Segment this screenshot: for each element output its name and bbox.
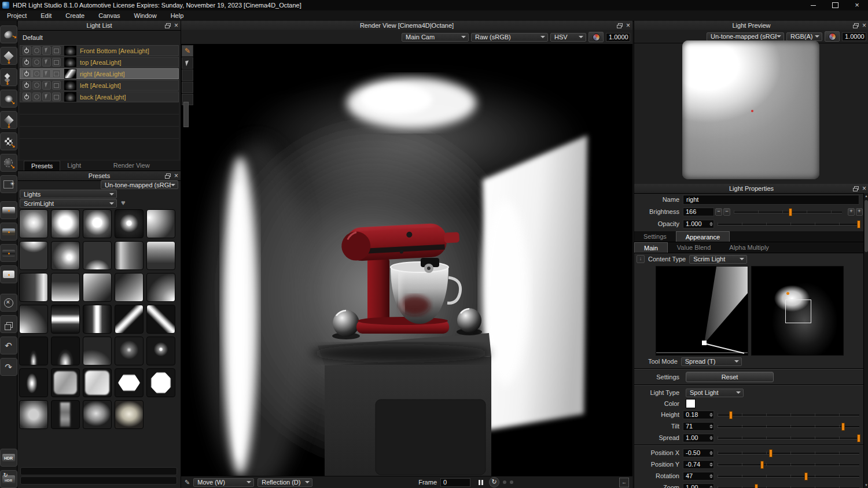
light-select-toggle[interactable] xyxy=(42,81,51,90)
light-enable-toggle[interactable] xyxy=(23,93,31,101)
light-list-row[interactable]: top [AreaLight] xyxy=(20,57,179,68)
presets-footer-bar[interactable] xyxy=(20,476,177,485)
preset-tile[interactable] xyxy=(146,337,175,365)
slider-marker[interactable] xyxy=(760,461,764,469)
minimize-button[interactable] xyxy=(802,0,824,10)
light-select-toggle[interactable] xyxy=(42,93,51,101)
hdr-production-render-tool[interactable] xyxy=(0,449,17,467)
light-list-row[interactable]: left [AreaLight] xyxy=(20,80,179,91)
spinner[interactable] xyxy=(708,413,713,417)
light-list-header[interactable]: Light List × xyxy=(18,21,181,31)
render-canvas[interactable] xyxy=(181,44,632,476)
scrollbar-thumb[interactable] xyxy=(865,200,868,252)
presets-category-dropdown[interactable]: Lights xyxy=(20,190,117,198)
preset-tile[interactable] xyxy=(83,209,112,238)
empty-tool-slot[interactable] xyxy=(182,82,193,93)
presets-tonemap-dropdown[interactable]: Un-tone-mapped (sRGB) xyxy=(101,180,178,189)
slider-marker[interactable] xyxy=(857,434,860,442)
preset-tile[interactable] xyxy=(19,400,48,429)
preset-tile[interactable] xyxy=(146,241,175,270)
brightness-increase-button[interactable]: + xyxy=(856,208,863,216)
light-preview-image[interactable] xyxy=(682,40,819,179)
hdri-environment-tool[interactable] xyxy=(0,223,17,241)
brightness-slider[interactable] xyxy=(734,208,842,216)
brightness-increase-small-button[interactable]: + xyxy=(848,208,855,216)
create-pattern-light-tool[interactable] xyxy=(0,132,17,150)
property-value-input[interactable]: 0.18 xyxy=(683,411,714,419)
property-value-input[interactable]: 1.00 xyxy=(683,434,714,442)
toolstrip-splitter[interactable] xyxy=(183,102,189,127)
refresh-button[interactable]: ↻ xyxy=(489,477,499,487)
menu-item[interactable]: Window xyxy=(127,10,164,21)
create-gradient-light-tool[interactable] xyxy=(0,111,17,129)
tab-render-view-settings[interactable]: Render View Settings xyxy=(106,161,181,171)
presets-footer-bar[interactable] xyxy=(20,467,177,475)
property-value-input[interactable]: 1.00 xyxy=(683,483,714,488)
spinner[interactable] xyxy=(708,463,713,467)
preset-tile[interactable] xyxy=(51,337,80,365)
create-round-light-tool[interactable] xyxy=(0,25,17,43)
tab-presets[interactable]: Presets xyxy=(24,161,60,171)
close-panel-icon[interactable]: × xyxy=(862,23,866,28)
preset-tile[interactable] xyxy=(19,368,48,397)
preset-tile[interactable] xyxy=(51,368,80,397)
property-slider[interactable] xyxy=(718,434,859,442)
spinner[interactable] xyxy=(708,222,713,226)
spinner[interactable] xyxy=(708,451,713,455)
frame-input[interactable]: 0 xyxy=(440,478,470,487)
subtab-value-blend[interactable]: Value Blend xyxy=(668,242,720,253)
preset-tile[interactable] xyxy=(115,305,144,334)
light-enable-toggle[interactable] xyxy=(23,69,31,78)
light-type-dropdown[interactable]: Spot Light xyxy=(686,389,744,397)
preset-tile[interactable] xyxy=(83,337,112,365)
dock-icon[interactable]: ← xyxy=(619,478,629,487)
preset-tile[interactable] xyxy=(146,368,175,397)
heart-icon[interactable]: ♥ xyxy=(121,198,126,207)
tab-settings[interactable]: Settings xyxy=(634,231,676,242)
tool-mode-dropdown[interactable]: Spread (T) xyxy=(681,357,742,366)
menu-item[interactable]: Edit xyxy=(34,10,58,21)
light-render-preview[interactable] xyxy=(751,266,844,356)
close-panel-icon[interactable]: × xyxy=(862,186,866,191)
preset-tile[interactable] xyxy=(115,209,144,238)
scroll-down-icon[interactable]: ▼ xyxy=(864,482,868,488)
light-enable-toggle[interactable] xyxy=(23,81,31,90)
opacity-input[interactable]: 1.000 xyxy=(683,220,714,228)
presets-subcategory-dropdown[interactable]: ScrimLight xyxy=(20,199,117,208)
spinner[interactable] xyxy=(708,486,713,488)
preset-tile[interactable] xyxy=(51,273,80,302)
light-enable-toggle[interactable] xyxy=(23,58,31,66)
slider-marker[interactable] xyxy=(789,208,792,216)
property-slider[interactable] xyxy=(718,460,859,468)
preview-channels-dropdown[interactable]: RGB(A) xyxy=(786,32,822,41)
strip-light-tool[interactable] xyxy=(0,244,17,262)
light-solo-toggle[interactable] xyxy=(32,46,41,55)
light-solo-toggle[interactable] xyxy=(32,81,41,90)
menu-item[interactable]: Create xyxy=(58,10,91,21)
light-select-toggle[interactable] xyxy=(42,69,51,78)
tab-light-looks[interactable]: Light Looks xyxy=(60,161,106,171)
preset-tile[interactable] xyxy=(146,305,175,334)
content-type-dropdown[interactable]: Scrim Light xyxy=(689,255,747,264)
hdr-refresh-tool[interactable] xyxy=(0,470,17,488)
light-solo-toggle[interactable] xyxy=(32,69,41,78)
spinner[interactable] xyxy=(708,436,713,440)
spinner[interactable] xyxy=(708,424,713,428)
float-panel-icon[interactable] xyxy=(853,23,859,28)
brightness-decrease-button[interactable]: − xyxy=(723,208,730,216)
import-icon[interactable]: ↓ xyxy=(637,255,645,263)
spinner[interactable] xyxy=(708,474,713,478)
light-lock-toggle[interactable] xyxy=(52,69,61,78)
create-scrim-light-tool[interactable] xyxy=(0,68,17,86)
falloff-preview[interactable] xyxy=(656,266,748,356)
light-enable-toggle[interactable] xyxy=(23,46,31,55)
light-select-toggle[interactable] xyxy=(42,58,51,66)
light-name-input[interactable]: right xyxy=(683,195,859,205)
render-pass-dropdown[interactable]: Reflection (D) xyxy=(258,478,312,487)
light-lock-toggle[interactable] xyxy=(52,81,61,90)
paint-tool-button[interactable]: ✎ xyxy=(182,45,193,57)
preset-tile[interactable] xyxy=(83,305,112,334)
subtab-main[interactable]: Main xyxy=(634,242,668,253)
light-group-label[interactable]: Default xyxy=(18,31,181,43)
close-panel-icon[interactable]: × xyxy=(174,23,178,28)
